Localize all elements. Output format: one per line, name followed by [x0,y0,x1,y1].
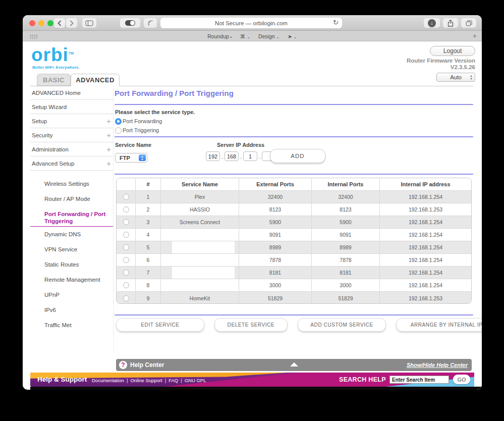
row-radio-button[interactable] [123,219,129,225]
table-service-cell [161,267,239,279]
table-external-cell: 51829 [239,292,312,304]
service-name-select[interactable]: FTP ▲▼ [115,153,147,163]
radio-button[interactable] [115,118,122,125]
row-radio-button[interactable] [123,206,129,213]
trademark-label: TM [69,51,74,55]
close-window-button[interactable] [29,20,35,26]
reader-feed-button[interactable] [144,18,157,28]
table-external-cell: 5900 [239,216,312,228]
bookmarks-bar: Roundup▪⌘⌄Design⌄➤⌄ + [23,31,482,41]
table-service-cell: HomeKit [161,292,239,304]
sidebar-subitem[interactable]: UPnP [30,287,113,302]
row-radio-button[interactable] [123,270,129,276]
action-button-add-custom-service[interactable]: ADD CUSTOM SERVICE [298,318,386,332]
sidebar-subitem[interactable]: Wireless Settings [30,176,113,191]
ip-octet-input[interactable] [225,151,239,161]
sidebar-subitem[interactable]: Traffic Met [30,318,113,333]
tab-basic[interactable]: BASIC [37,74,71,86]
table-row[interactable]: 1Plex3240032400192.168.1.254 [117,191,471,203]
radio-button[interactable] [115,127,122,134]
sidebar-subitem[interactable]: Dynamic DNS [30,227,113,242]
sidebar-item-label: Setup Wizard [32,104,67,110]
bookmark-item[interactable]: Roundup▪ [207,33,232,39]
table-service-cell: HASSIO [161,203,239,216]
sidebar-subitem[interactable]: Router / AP Mode [30,191,113,206]
action-button-arrange-by-internal-ip[interactable]: ARRANGE BY INTERNAL IP [396,318,482,332]
new-tab-icon[interactable]: + [473,32,477,40]
table-service-cell: Screens Connect [161,216,239,228]
sidebar-item[interactable]: Security+ [30,128,113,142]
table-row[interactable]: 2HASSIO81238123192.168.1.253 [117,203,471,216]
minimize-window-button[interactable] [38,20,44,26]
table-radio-cell [117,229,136,241]
table-external-cell: 3000 [239,279,312,291]
share-button[interactable] [443,18,458,28]
forward-button[interactable] [66,18,77,28]
ip-octet-input[interactable] [206,151,220,161]
sidebar-item[interactable]: Advanced Setup+ [30,156,113,171]
sidebar-subitem[interactable]: IPv6 [30,302,113,318]
refresh-interval-select[interactable]: Auto ▲▼ [436,73,475,82]
logout-button[interactable]: Logout [430,46,475,56]
go-button[interactable]: GO [453,375,470,384]
reload-icon[interactable]: ↻ [333,19,339,26]
sidebar-item-label: Setup [32,118,47,124]
tab-overview-button[interactable] [461,18,476,28]
table-service-cell [161,279,239,291]
sidebar-subitem[interactable]: Static Routes [30,257,113,272]
search-help-input[interactable] [389,376,449,384]
table-header-cell [117,178,136,190]
sidebar-item[interactable]: ADVANCED Home [30,86,113,100]
table-row[interactable]: 781818181192.168.1.254 [117,267,471,279]
table-ip-cell: 192.168.1.253 [380,292,471,304]
row-radio-button[interactable] [123,232,129,238]
bookmark-item[interactable]: ⌘⌄ [240,33,250,39]
footer-link[interactable]: FAQ [169,378,178,383]
row-radio-button[interactable] [123,244,129,250]
back-button[interactable] [54,18,65,28]
table-row[interactable]: 9HomeKit5182951829192.168.1.253 [117,292,471,304]
footer-link[interactable]: GNU GPL [185,378,206,383]
collapse-triangle-icon[interactable] [290,362,298,366]
table-ip-cell: 192.168.1.254 [380,216,471,228]
table-action-buttons: EDIT SERVICEDELETE SERVICEADD CUSTOM SER… [116,318,482,332]
tab-advanced[interactable]: ADVANCED [71,74,120,86]
select-stepper-icon: ▲▼ [139,154,146,161]
sidebar-item[interactable]: Setup Wizard [30,100,113,114]
bookmark-item[interactable]: Design⌄ [258,33,279,39]
blank-service-cover [172,241,235,253]
row-radio-button[interactable] [123,257,129,263]
action-button-delete-service[interactable]: DELETE SERVICE [214,318,288,332]
privacy-toggle-button[interactable] [120,18,140,28]
address-bar[interactable]: Not Secure — orbilogin.com ↻ [160,18,342,28]
row-radio-button[interactable] [123,295,129,301]
sidebar-item[interactable]: Administration+ [30,142,113,156]
bookmark-item[interactable]: ➤⌄ [288,33,297,39]
sidebar-item[interactable]: Setup+ [30,114,113,128]
table-row[interactable]: 490919091192.168.1.254 [117,229,471,241]
downloads-button[interactable]: ↓ [424,18,440,28]
ip-octet-input[interactable] [243,151,257,161]
sidebar-toggle-button[interactable] [82,18,96,28]
table-row[interactable]: 3Screens Connect59005900192.168.1.254 [117,216,471,229]
table-service-cell [161,241,239,253]
table-external-cell: 7878 [239,254,312,266]
sidebar-subitem[interactable]: VPN Service [30,242,113,257]
show-hide-help-link[interactable]: Show/Hide Help Center [407,362,468,368]
sidebar-subitem[interactable]: Port Forwarding / Port Triggering [30,206,113,227]
table-ip-cell: 192.168.1.254 [380,191,471,203]
service-type-option[interactable]: Port Triggering [115,126,159,134]
footer-link[interactable]: Documentation [92,378,124,383]
action-button-edit-service[interactable]: EDIT SERVICE [116,318,204,332]
sidebar-subitem[interactable]: Remote Management [30,272,113,287]
table-row[interactable]: 830003000192.168.1.254 [117,279,471,292]
row-radio-button[interactable] [123,194,129,200]
table-service-cell [161,229,239,241]
table-row[interactable]: 589898989192.168.1.254 [117,241,471,254]
zoom-window-button[interactable] [47,20,53,26]
table-row[interactable]: 678787878192.168.1.254 [117,254,471,267]
add-button[interactable]: ADD [270,149,325,163]
service-type-option[interactable]: Port Forwarding [115,117,162,125]
footer-link[interactable]: Online Support [130,378,162,383]
row-radio-button[interactable] [123,282,129,288]
